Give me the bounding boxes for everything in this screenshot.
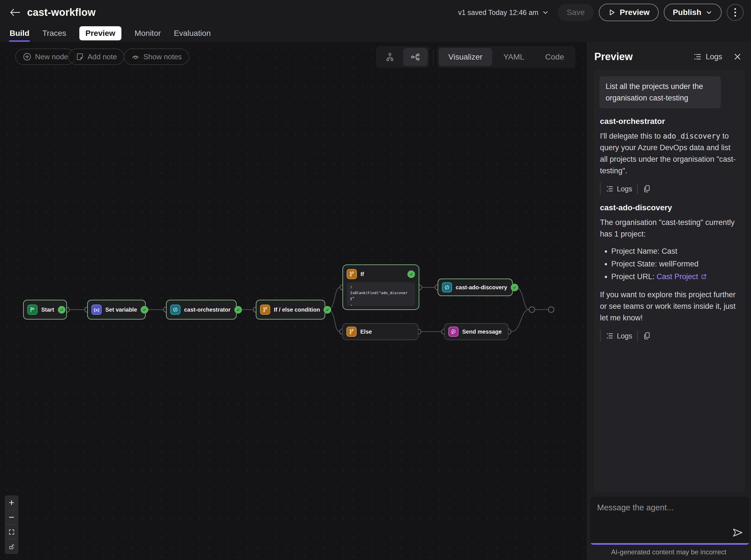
- panel-title: Preview: [594, 51, 633, 63]
- more-options-button[interactable]: [727, 4, 744, 21]
- workflow-canvas[interactable]: New node Add note Show notes Visualizer …: [0, 42, 586, 560]
- list-item: Project Name: Cast: [611, 245, 739, 258]
- send-button[interactable]: [731, 525, 745, 540]
- node-cast-ado-discovery[interactable]: cast-ado-discovery: [438, 279, 513, 296]
- message-logs-button[interactable]: Logs: [606, 332, 632, 340]
- success-check-icon: [408, 271, 415, 278]
- save-button[interactable]: Save: [558, 4, 594, 21]
- add-note-label: Add note: [87, 53, 117, 61]
- close-icon: [733, 53, 742, 61]
- tree-vertical-icon: [385, 52, 395, 62]
- preview-button[interactable]: Preview: [599, 4, 659, 21]
- message-logs-button[interactable]: Logs: [606, 185, 632, 193]
- chevron-down-icon: [705, 9, 713, 16]
- tab-evaluation[interactable]: Evaluation: [174, 29, 211, 38]
- page-title: cast-workflow: [27, 6, 96, 18]
- tab-traces[interactable]: Traces: [42, 29, 66, 38]
- node-label: Else: [360, 328, 372, 335]
- agent-icon: [442, 282, 452, 293]
- vertical-layout-button[interactable]: [378, 48, 402, 66]
- message-actions: Logs: [600, 183, 739, 195]
- close-panel-button[interactable]: [731, 51, 744, 63]
- eye-icon: [131, 52, 140, 61]
- mode-tabs: Build Traces Preview Monitor Evaluation: [0, 25, 751, 42]
- publish-button[interactable]: Publish: [664, 4, 722, 21]
- preview-panel-header: Preview Logs: [594, 48, 744, 65]
- branch-icon: [347, 269, 357, 279]
- node-label: Send message: [462, 328, 502, 335]
- new-node-button[interactable]: New node: [15, 48, 75, 65]
- agent-name-heading: cast-orchestrator: [600, 117, 739, 126]
- node-label: cast-ado-discovery: [456, 284, 507, 291]
- branch-icon: [260, 304, 270, 315]
- logs-list-icon: [693, 53, 702, 61]
- list-item: Project URL: Cast Project: [611, 271, 739, 284]
- tab-build[interactable]: Build: [9, 29, 29, 38]
- top-bar-actions: v1 saved Today 12:46 am Save Preview Pub…: [458, 4, 744, 21]
- agent-name-heading: cast-ado-discovery: [600, 203, 739, 212]
- actions-divider: [637, 184, 638, 194]
- unlock-icon: [8, 544, 15, 550]
- tab-preview[interactable]: Preview: [79, 26, 122, 40]
- logs-button-label: Logs: [706, 53, 722, 61]
- tree-horizontal-icon: [410, 52, 420, 62]
- play-icon: [608, 8, 616, 16]
- node-if[interactable]: If ! IsBlank(Find("ado_discovery" , Lowe…: [342, 264, 419, 310]
- message-input[interactable]: [590, 497, 749, 545]
- version-status-label: v1 saved Today 12:46 am: [458, 8, 538, 17]
- node-send-message[interactable]: Send message: [444, 323, 509, 340]
- view-yaml[interactable]: YAML: [494, 48, 534, 66]
- success-check-icon: [323, 306, 331, 314]
- version-status[interactable]: v1 saved Today 12:46 am: [458, 8, 549, 17]
- canvas-zoom-controls: + −: [5, 495, 18, 554]
- list-item: Project State: wellFormed: [611, 258, 739, 271]
- preview-panel: Preview Logs List all the projects under…: [586, 42, 751, 560]
- copy-icon: [643, 332, 651, 340]
- project-url-link[interactable]: Cast Project: [657, 273, 698, 281]
- if-node-header: If: [347, 268, 415, 280]
- user-message-bubble: List all the projects under the organisa…: [599, 76, 721, 108]
- copy-message-button[interactable]: [643, 332, 651, 340]
- kebab-menu-icon: [734, 7, 736, 17]
- publish-button-label: Publish: [673, 8, 701, 17]
- send-icon: [732, 527, 744, 538]
- external-link-icon[interactable]: [700, 271, 707, 284]
- success-check-icon: [234, 306, 242, 314]
- chat-transcript[interactable]: List all the projects under the organisa…: [594, 70, 745, 492]
- fit-view-button[interactable]: [5, 525, 18, 539]
- node-label: Set variable: [105, 306, 137, 313]
- node-else[interactable]: Else: [342, 323, 418, 340]
- actions-divider: [637, 331, 638, 341]
- success-check-icon: [141, 306, 148, 314]
- lock-toggle-button[interactable]: [5, 539, 18, 554]
- view-switcher: Visualizer YAML Code: [437, 46, 575, 68]
- node-start[interactable]: Start: [23, 300, 67, 320]
- message-logs-label: Logs: [617, 185, 632, 193]
- node-cast-orchestrator[interactable]: cast-orchestrator: [166, 300, 237, 320]
- input-accent-bar: [590, 543, 749, 545]
- horizontal-layout-button[interactable]: [403, 48, 428, 66]
- zoom-out-button[interactable]: −: [5, 510, 18, 525]
- view-code[interactable]: Code: [536, 48, 574, 66]
- zoom-in-button[interactable]: +: [5, 495, 18, 510]
- variable-glyph: {x}: [94, 307, 99, 312]
- chat-bubble-icon: [448, 326, 458, 337]
- fit-view-icon: [8, 529, 15, 536]
- logs-list-icon: [606, 185, 614, 193]
- branch-icon: [347, 326, 357, 337]
- tab-monitor[interactable]: Monitor: [134, 29, 161, 38]
- if-expression-code: ! IsBlank(Find("ado_discovery" , Lower(L…: [347, 282, 415, 306]
- logs-button[interactable]: Logs: [690, 51, 725, 63]
- node-if-else-condition[interactable]: If / else condition: [256, 300, 325, 320]
- view-visualizer[interactable]: Visualizer: [439, 48, 492, 66]
- message-input-box: [590, 497, 749, 545]
- back-arrow-icon[interactable]: [8, 6, 22, 19]
- agent-icon: [170, 304, 180, 315]
- bullet-text: Project URL:: [611, 273, 657, 281]
- node-set-variable[interactable]: {x} Set variable: [87, 300, 146, 320]
- project-bullet-list: Project Name: Cast Project State: wellFo…: [603, 245, 739, 284]
- show-notes-button[interactable]: Show notes: [124, 48, 189, 65]
- new-node-label: New node: [35, 53, 68, 61]
- add-note-button[interactable]: Add note: [68, 48, 124, 65]
- copy-message-button[interactable]: [643, 185, 651, 193]
